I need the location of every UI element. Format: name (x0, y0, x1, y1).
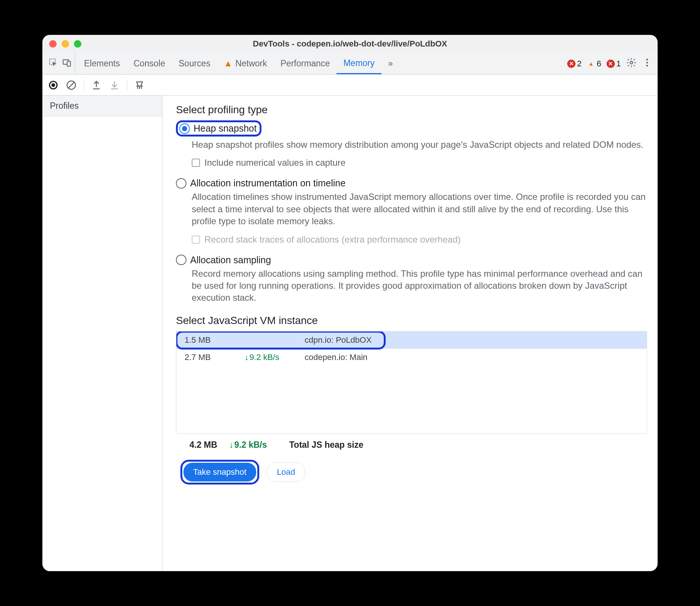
devtools-window: DevTools - codepen.io/web-dot-dev/live/P… (42, 35, 658, 571)
profiles-sidebar: Profiles (42, 96, 162, 571)
svg-point-5 (646, 62, 648, 63)
memory-toolbar (42, 75, 658, 96)
radio-icon[interactable] (179, 123, 190, 134)
option-allocation-timeline[interactable]: Allocation instrumentation on timeline (176, 178, 647, 189)
total-rate: ↓9.2 kB/s (229, 440, 289, 450)
titlebar: DevTools - codepen.io/web-dot-dev/live/P… (42, 35, 658, 53)
window-title: DevTools - codepen.io/web-dot-dev/live/P… (253, 39, 447, 49)
option-desc: Allocation timelines show instrumented J… (176, 191, 647, 227)
tab-overflow[interactable]: » (382, 53, 400, 74)
load-button[interactable]: Load (267, 462, 305, 482)
svg-point-8 (51, 83, 55, 87)
highlight-box: Take snapshot (180, 460, 259, 484)
tabbar-left-tools (45, 53, 75, 74)
minimize-window-button[interactable] (62, 40, 69, 48)
tab-performance[interactable]: Performance (274, 53, 337, 74)
record-icon[interactable] (48, 80, 59, 91)
profiling-type-heading: Select profiling type (176, 104, 647, 116)
chevron-double-right-icon: » (388, 58, 393, 69)
option-desc: Heap snapshot profiles show memory distr… (176, 139, 647, 151)
tab-memory[interactable]: Memory (336, 53, 381, 74)
svg-rect-2 (67, 61, 71, 66)
profiles-heading: Profiles (42, 96, 162, 117)
tab-console[interactable]: Console (127, 53, 172, 74)
tabbar-status: ✕ 2 ▲ 6 ✕ 1 (567, 53, 658, 74)
option-label: Allocation sampling (190, 255, 271, 266)
memory-content: Select profiling type Heap snapshot Heap… (162, 96, 658, 571)
vm-name: cdpn.io: PoLdbOX (305, 335, 638, 345)
vm-instance-list: 1.5 MB cdpn.io: PoLdbOX 2.7 MB ↓9.2 kB/s… (176, 331, 647, 434)
device-toggle-icon[interactable] (62, 58, 72, 70)
download-icon[interactable] (109, 80, 120, 91)
svg-point-3 (630, 61, 633, 64)
warning-triangle-icon: ▲ (587, 60, 595, 68)
traffic-lights (49, 40, 81, 48)
tab-elements[interactable]: Elements (77, 53, 127, 74)
checkbox-icon (192, 236, 200, 244)
panel-tabs: Elements Console Sources ▲ Network Perfo… (75, 53, 400, 74)
vm-totals: 4.2 MB ↓9.2 kB/s Total JS heap size (176, 434, 647, 454)
vm-name: codepen.io: Main (305, 352, 638, 362)
option-label: Heap snapshot (190, 123, 257, 134)
vm-size: 2.7 MB (185, 352, 245, 362)
take-snapshot-button[interactable]: Take snapshot (183, 463, 256, 482)
issues-count[interactable]: ✕ 1 (607, 59, 621, 69)
action-buttons: Take snapshot Load (176, 460, 647, 487)
highlight-box: Heap snapshot (176, 120, 261, 136)
upload-icon[interactable] (91, 80, 102, 91)
vm-row[interactable]: 2.7 MB ↓9.2 kB/s codepen.io: Main (176, 349, 647, 366)
panel-tabbar: Elements Console Sources ▲ Network Perfo… (42, 53, 658, 75)
radio-icon[interactable] (176, 255, 186, 265)
arrow-down-icon: ↓ (245, 352, 249, 362)
svg-point-6 (646, 64, 648, 66)
svg-line-10 (68, 82, 75, 88)
option-desc: Record memory allocations using sampling… (176, 268, 647, 304)
garbage-collect-icon[interactable] (134, 80, 145, 91)
zoom-window-button[interactable] (74, 40, 81, 48)
option-label: Allocation instrumentation on timeline (190, 178, 345, 189)
close-window-button[interactable] (49, 40, 57, 48)
error-count[interactable]: ✕ 2 (567, 59, 581, 69)
issues-icon: ✕ (607, 60, 615, 68)
tab-sources[interactable]: Sources (172, 53, 217, 74)
inspect-icon[interactable] (48, 58, 58, 70)
total-label: Total JS heap size (289, 440, 364, 450)
kebab-menu-icon[interactable] (642, 57, 652, 70)
vm-size: 1.5 MB (185, 335, 245, 345)
total-size: 4.2 MB (184, 440, 229, 450)
radio-icon[interactable] (176, 178, 186, 189)
separator (127, 80, 127, 90)
error-dot-icon: ✕ (567, 60, 575, 68)
vm-row[interactable]: 1.5 MB cdpn.io: PoLdbOX (176, 332, 647, 349)
checkbox-icon[interactable] (192, 159, 200, 167)
vm-spacer (176, 366, 647, 434)
option-allocation-sampling[interactable]: Allocation sampling (176, 255, 647, 266)
tab-network[interactable]: ▲ Network (217, 53, 274, 74)
separator (84, 80, 84, 90)
settings-icon[interactable] (626, 57, 637, 70)
include-numerical-checkbox[interactable]: Include numerical values in capture (176, 158, 647, 168)
warning-count[interactable]: ▲ 6 (587, 59, 601, 69)
vm-rate: ↓9.2 kB/s (245, 352, 305, 362)
option-heap-snapshot[interactable]: Heap snapshot (176, 120, 647, 136)
arrow-down-icon: ↓ (229, 440, 234, 450)
main-split: Profiles Select profiling type Heap snap… (42, 96, 658, 571)
warning-triangle-icon: ▲ (224, 58, 233, 69)
clear-icon[interactable] (66, 80, 77, 91)
svg-point-4 (646, 58, 648, 60)
record-stack-traces-checkbox: Record stack traces of allocations (extr… (176, 234, 647, 245)
vm-heading: Select JavaScript VM instance (176, 315, 647, 327)
